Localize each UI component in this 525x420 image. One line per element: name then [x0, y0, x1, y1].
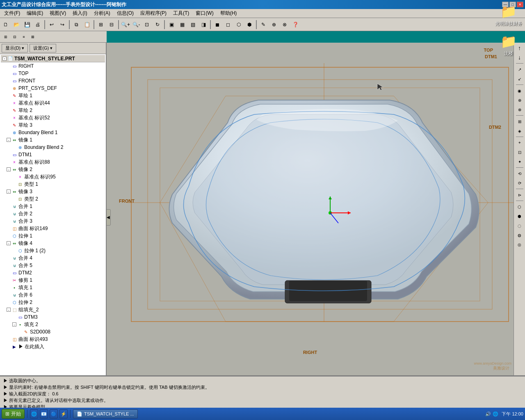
taskbar-mail[interactable]: 📧 — [40, 409, 48, 418]
tree-item[interactable]: ⊎合并 2 — [1, 210, 105, 217]
tree-expand-btn[interactable]: - — [7, 138, 11, 142]
tb-shading-4[interactable]: ⬢ — [244, 20, 254, 30]
tb-extra-3[interactable]: ⊗ — [280, 20, 290, 30]
tb-view-4[interactable]: ◨ — [199, 20, 208, 30]
tree-item[interactable]: -⬚组填充_2 — [1, 306, 105, 313]
zoom-out-button[interactable]: 🔍- — [131, 20, 141, 30]
tree-item[interactable]: ⬡拉伸 1 (2) — [1, 247, 105, 254]
tree-item[interactable]: ▭FRONT — [1, 77, 105, 84]
tree-item[interactable]: ×基准点 标识95 — [1, 173, 105, 180]
open-button[interactable]: 📂 — [11, 20, 21, 30]
paste-button[interactable]: 📋 — [82, 20, 92, 30]
tb-extra-1[interactable]: ✎ — [258, 20, 268, 30]
tree-item[interactable]: ▭RIGHT — [1, 62, 105, 70]
tree-item[interactable]: ⊡类型 1 — [1, 180, 105, 188]
tree-item[interactable]: ▭DTM2 — [1, 269, 105, 276]
redo-button[interactable]: ↪ — [57, 20, 67, 30]
tree-item[interactable]: ▭DTM3 — [1, 313, 105, 321]
tree-item[interactable]: ✎S2D0008 — [1, 328, 105, 336]
tb-shading-2[interactable]: ◻ — [223, 20, 233, 30]
tree-item[interactable]: ×基准点 标识88 — [1, 158, 105, 166]
print-button[interactable]: 🖨 — [33, 20, 43, 30]
menu-analysis[interactable]: 分析(A) — [91, 9, 114, 18]
tree-item[interactable]: ⊛Boundary Blend 1 — [1, 129, 105, 136]
tree-item[interactable]: ✎草绘 1 — [1, 92, 105, 99]
zoom-in-button[interactable]: 🔍+ — [121, 20, 130, 30]
model-tree[interactable]: - 📄 TSM_WATCH_STYLE.PRT ▭RIGHT▭TOP▭FRONT… — [0, 54, 106, 375]
tree-expand-btn[interactable]: - — [7, 167, 11, 171]
tree-item[interactable]: ⊎合并 4 — [1, 254, 105, 262]
tree-item[interactable]: ⬡拉伸 1 — [1, 232, 105, 240]
taskbar-ie[interactable]: 🌐 — [30, 409, 38, 418]
tree-item[interactable]: ⊎合并 6 — [1, 291, 105, 299]
taskbar-flash[interactable]: ⚡ — [59, 409, 68, 418]
menu-edit[interactable]: 编辑(E) — [23, 9, 46, 18]
tree-item[interactable]: ×基准点 标识44 — [1, 99, 105, 107]
tree-expand-btn[interactable]: - — [7, 189, 11, 194]
tree-item[interactable]: ⊕PRT_CSYS_DEF — [1, 84, 105, 92]
tree-item[interactable]: ⬡拉伸 2 — [1, 299, 105, 306]
tree-item[interactable]: ⊡类型 2 — [1, 195, 105, 203]
tree-item[interactable]: ▭DTM1 — [1, 151, 105, 158]
tree-item[interactable]: -⇔镜像 1 — [1, 136, 105, 144]
tree-item[interactable]: -⇔镜像 3 — [1, 188, 105, 195]
taskbar-media[interactable]: 🔵 — [50, 409, 58, 418]
tree-item[interactable]: ⊛Boundary Blend 2 — [1, 144, 105, 151]
menu-app[interactable]: 应用程序(P) — [137, 9, 170, 18]
new-button[interactable]: 🗋 — [1, 20, 11, 30]
tree-item[interactable]: -⇔镜像 2 — [1, 166, 105, 173]
tb-view-1[interactable]: ▣ — [167, 20, 176, 30]
tree-item[interactable]: ×基准点 标识52 — [1, 114, 105, 121]
tb-extra-4[interactable]: ❓ — [290, 20, 300, 30]
tree-item[interactable]: ▪填充 1 — [1, 284, 105, 291]
tree-item[interactable]: ▭TOP — [1, 70, 105, 77]
menu-tools[interactable]: 工具(T) — [170, 9, 192, 18]
viewport[interactable]: TOP DTM1 DTM2 FRONT RIGHT 美雅设计 www.areya… — [107, 43, 514, 375]
tb-view-2[interactable]: ▦ — [177, 20, 187, 30]
tree-item[interactable]: -▪填充 2 — [1, 321, 105, 328]
desktop-icon-1[interactable]: 📁 光明涂技财务 — [495, 3, 522, 27]
zoom-fit-button[interactable]: ⊡ — [142, 20, 152, 30]
tb-extra-2[interactable]: ⊕ — [269, 20, 279, 30]
save-button[interactable]: 💾 — [22, 20, 32, 30]
tree-item[interactable]: ◫曲面 标识493 — [1, 336, 105, 343]
tree-item[interactable]: ⊎合并 3 — [1, 217, 105, 225]
tb-shading-3[interactable]: ⬡ — [234, 20, 244, 30]
taskbar-window-1[interactable]: 📄 TSM_WATCH_STYLE ... — [73, 409, 138, 418]
display-button[interactable]: 显示(D) ▾ — [2, 44, 28, 52]
tree-item[interactable]: ◫曲面 标识149 — [1, 225, 105, 232]
root-expand[interactable]: - — [2, 57, 7, 61]
view-icon-3[interactable]: ≡ — [20, 33, 28, 41]
tb-btn-2[interactable]: ⊟ — [107, 20, 116, 30]
panel-collapse-handle[interactable]: ◀ — [107, 209, 111, 226]
tree-item[interactable]: ✎草绘 3 — [1, 121, 105, 129]
tree-item[interactable]: -⇔镜像 4 — [1, 240, 105, 247]
tb-view-3[interactable]: ▧ — [188, 20, 198, 30]
menu-insert[interactable]: 插入(I) — [69, 9, 90, 18]
settings-button[interactable]: 设置(G) ▾ — [30, 44, 56, 52]
tb-btn-1[interactable]: ⊞ — [96, 20, 106, 30]
view-icon-2[interactable]: ⊟ — [11, 33, 19, 41]
tree-item[interactable]: ⊎合并 5 — [1, 262, 105, 269]
tree-expand-btn[interactable]: - — [7, 241, 11, 245]
menu-info[interactable]: 信息(O) — [114, 9, 137, 18]
view-icon-1[interactable]: ⊞ — [2, 33, 10, 41]
tree-item[interactable]: ✂修剪 1 — [1, 276, 105, 284]
copy-button[interactable]: ⧉ — [71, 20, 81, 30]
menu-file[interactable]: 文件(F) — [1, 9, 23, 18]
tree-item[interactable]: ⊎合并 1 — [1, 203, 105, 210]
rotate-button[interactable]: ↻ — [153, 20, 162, 30]
tree-expand-btn[interactable]: - — [12, 322, 16, 326]
undo-button[interactable]: ↩ — [47, 20, 57, 30]
menu-help[interactable]: 帮助(H) — [217, 9, 240, 18]
menu-window[interactable]: 窗口(W) — [192, 9, 217, 18]
tree-item[interactable]: ✎草绘 2 — [1, 107, 105, 114]
tree-root[interactable]: - 📄 TSM_WATCH_STYLE.PRT — [1, 55, 105, 62]
view-icon-4[interactable]: ⊠ — [29, 33, 37, 41]
menu-view[interactable]: 视图(V) — [46, 9, 69, 18]
start-button[interactable]: ⊞ 开始 — [2, 409, 25, 419]
desktop-icon-2[interactable]: 📁 沈楼 — [500, 33, 517, 57]
tb-shading-1[interactable]: ◼ — [212, 20, 222, 30]
tree-expand-btn[interactable]: - — [7, 308, 11, 312]
tree-item[interactable]: ▶▶ 在此插入 — [1, 343, 105, 350]
